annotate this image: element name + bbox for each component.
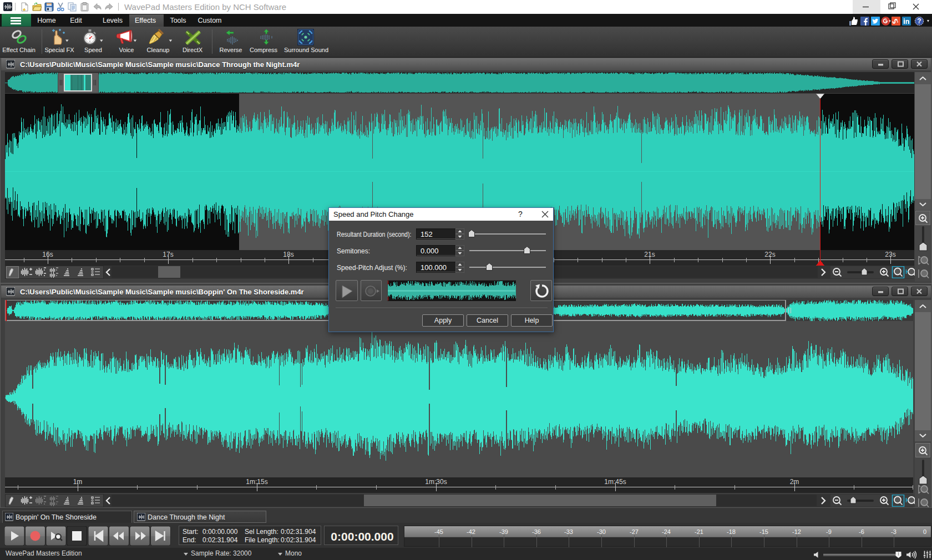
svg-text:?: ? — [917, 17, 921, 25]
